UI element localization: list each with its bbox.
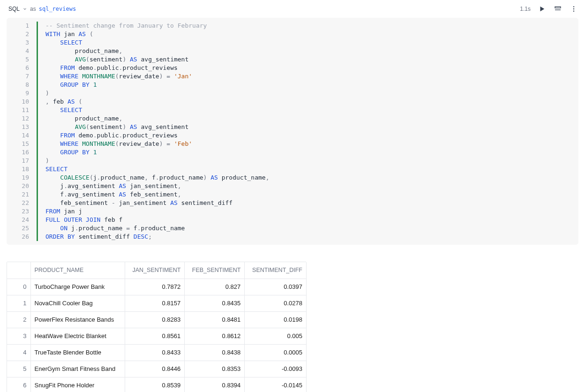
code-line[interactable]: ) — [45, 157, 578, 165]
code-line[interactable]: FROM demo.public.product_reviews — [45, 131, 578, 140]
table-row[interactable]: 3HeatWave Electric Blanket0.85610.86120.… — [7, 328, 306, 344]
code-editor[interactable]: 1234567891011121314151617181920212223242… — [7, 18, 578, 245]
cell-diff: -0.0145 — [245, 377, 306, 392]
code-line[interactable]: SELECT — [45, 38, 578, 47]
svg-marker-0 — [540, 7, 545, 12]
code-line[interactable]: -- Sentiment change from January to Febr… — [45, 22, 578, 30]
layout-icon[interactable] — [553, 4, 562, 14]
cell-jan: 0.8157 — [125, 295, 185, 311]
row-index: 3 — [7, 328, 30, 344]
chevron-down-icon[interactable] — [22, 7, 27, 11]
code-line[interactable]: AVG(sentiment) AS avg_sentiment — [45, 55, 578, 64]
cell-jan: 0.8283 — [125, 311, 185, 328]
cell-feb: 0.8438 — [185, 344, 245, 361]
cell-product-name: HeatWave Electric Blanket — [30, 328, 125, 344]
as-label: as — [30, 6, 36, 12]
cell-diff: -0.0093 — [245, 361, 306, 377]
svg-point-4 — [573, 8, 574, 9]
cell-feb: 0.8612 — [185, 328, 245, 344]
code-line[interactable]: AVG(sentiment) AS avg_sentiment — [45, 123, 578, 131]
table-row[interactable]: 1NovaChill Cooler Bag0.81570.84350.0278 — [7, 295, 306, 311]
row-index: 5 — [7, 361, 30, 377]
cell-diff: 0.0397 — [245, 279, 306, 295]
code-line[interactable]: f.avg_sentiment AS feb_sentiment, — [45, 190, 578, 199]
code-line[interactable]: product_name, — [45, 47, 578, 55]
cell-feb: 0.8435 — [185, 295, 245, 311]
code-line[interactable]: GROUP BY 1 — [45, 148, 578, 157]
cell-jan: 0.7872 — [125, 279, 185, 295]
line-gutter: 1234567891011121314151617181920212223242… — [7, 22, 37, 241]
code-line[interactable]: FULL OUTER JOIN feb f — [45, 216, 578, 224]
svg-point-5 — [573, 10, 574, 11]
table-row[interactable]: 4TrueTaste Blender Bottle0.84330.84380.0… — [7, 344, 306, 361]
row-index: 6 — [7, 377, 30, 392]
code-line[interactable]: GROUP BY 1 — [45, 81, 578, 89]
svg-point-3 — [573, 6, 574, 7]
code-line[interactable]: ON j.product_name = f.product_name — [45, 224, 578, 233]
table-header-row: PRODUCT_NAME JAN_SENTIMENT FEB_SENTIMENT… — [7, 262, 306, 279]
code-line[interactable]: product_name, — [45, 114, 578, 123]
cell-jan: 0.8446 — [125, 361, 185, 377]
col-feb-sentiment[interactable]: FEB_SENTIMENT — [185, 262, 245, 279]
code-line[interactable]: WHERE MONTHNAME(review_date) = 'Jan' — [45, 72, 578, 81]
code-line[interactable]: feb_sentiment - jan_sentiment AS sentime… — [45, 199, 578, 207]
code-line[interactable]: WITH jan AS ( — [45, 30, 578, 38]
cell-diff: 0.0278 — [245, 295, 306, 311]
language-selector[interactable]: SQL — [8, 6, 20, 12]
cell-jan: 0.8433 — [125, 344, 185, 361]
cell-toolbar: SQL as sql_reviews 1.1s — [7, 3, 578, 15]
code-line[interactable]: , feb AS ( — [45, 98, 578, 106]
row-index: 0 — [7, 279, 30, 295]
col-jan-sentiment[interactable]: JAN_SENTIMENT — [125, 262, 185, 279]
table-row[interactable]: 5EnerGym Smart Fitness Band0.84460.8353-… — [7, 361, 306, 377]
code-line[interactable]: SELECT — [45, 165, 578, 173]
code-line[interactable]: WHERE MONTHNAME(review_date) = 'Feb' — [45, 140, 578, 148]
row-index: 4 — [7, 344, 30, 361]
cell-jan: 0.8561 — [125, 328, 185, 344]
code-line[interactable]: FROM demo.public.product_reviews — [45, 64, 578, 72]
row-index: 1 — [7, 295, 30, 311]
code-line[interactable]: SELECT — [45, 106, 578, 114]
cell-diff: 0.0005 — [245, 344, 306, 361]
run-icon[interactable] — [537, 4, 547, 14]
code-line[interactable]: j.avg_sentiment AS jan_sentiment, — [45, 182, 578, 190]
results-table: PRODUCT_NAME JAN_SENTIMENT FEB_SENTIMENT… — [7, 262, 307, 392]
cell-diff: 0.0198 — [245, 311, 306, 328]
table-row[interactable]: 2PowerFlex Resistance Bands0.82830.84810… — [7, 311, 306, 328]
svg-rect-1 — [555, 7, 561, 8]
cell-product-name: TrueTaste Blender Bottle — [30, 344, 125, 361]
cell-feb: 0.827 — [185, 279, 245, 295]
cell-product-name: NovaChill Cooler Bag — [30, 295, 125, 311]
more-vertical-icon[interactable] — [569, 4, 578, 14]
index-header — [7, 262, 30, 279]
cell-product-name: PowerFlex Resistance Bands — [30, 311, 125, 328]
cell-product-name: TurboCharge Power Bank — [30, 279, 125, 295]
cell-product-name: EnerGym Smart Fitness Band — [30, 361, 125, 377]
cell-jan: 0.8539 — [125, 377, 185, 392]
code-line[interactable]: COALESCE(j.product_name, f.product_name)… — [45, 173, 578, 182]
cell-product-name: SnugFit Phone Holder — [30, 377, 125, 392]
table-row[interactable]: 6SnugFit Phone Holder0.85390.8394-0.0145 — [7, 377, 306, 392]
table-row[interactable]: 0TurboCharge Power Bank0.78720.8270.0397 — [7, 279, 306, 295]
cell-feb: 0.8481 — [185, 311, 245, 328]
row-index: 2 — [7, 311, 30, 328]
execution-duration: 1.1s — [520, 6, 531, 12]
col-sentiment-diff[interactable]: SENTIMENT_DIFF — [245, 262, 306, 279]
cell-diff: 0.005 — [245, 328, 306, 344]
code-body[interactable]: -- Sentiment change from January to Febr… — [37, 22, 578, 241]
code-line[interactable]: ) — [45, 89, 578, 98]
code-line[interactable]: FROM jan j — [45, 207, 578, 216]
col-product-name[interactable]: PRODUCT_NAME — [30, 262, 125, 279]
cell-feb: 0.8353 — [185, 361, 245, 377]
variable-name[interactable]: sql_reviews — [39, 6, 76, 12]
code-line[interactable]: ORDER BY sentiment_diff DESC; — [45, 233, 578, 241]
cell-feb: 0.8394 — [185, 377, 245, 392]
